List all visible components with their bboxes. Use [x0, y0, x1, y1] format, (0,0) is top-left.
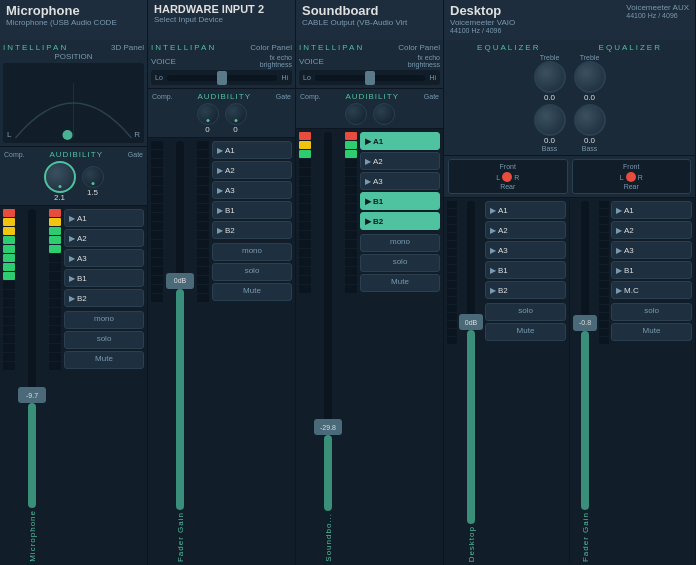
solo-btn-gain[interactable]: solo: [611, 303, 692, 321]
bus-a3-hw2[interactable]: ▶A3: [212, 181, 292, 199]
bass-knob-1[interactable]: [534, 104, 566, 136]
bus-b2-mic[interactable]: ▶B2: [64, 289, 144, 307]
solo-btn-hw2[interactable]: solo: [212, 263, 292, 281]
desktop-main: Desktop Voicemeeter VAIO 44100 Hz / 4096…: [444, 0, 695, 565]
gate-knob-mic[interactable]: [82, 166, 104, 188]
mono-btn-hw2[interactable]: mono: [212, 243, 292, 261]
channel-title-hw2: HARDWARE INPUT 2: [154, 3, 289, 15]
vu-meter-right-hw2: [197, 141, 209, 562]
bus-b1-gain[interactable]: ▶B1: [611, 261, 692, 279]
front-label-2: Front: [623, 163, 639, 170]
treble-knob-2[interactable]: [574, 61, 606, 93]
fader-area-desktop: 0dB Desktop ▶A1 ▶A2 ▶A3 ▶B1 ▶B2 solo Mut…: [444, 198, 695, 565]
fader-track-gain[interactable]: -0.8 Fader Gain: [573, 201, 597, 562]
bus-a3-sb[interactable]: ▶A3: [360, 172, 440, 190]
treble-value-1: 0.0: [544, 93, 555, 102]
bus-a3-gain[interactable]: ▶A3: [611, 241, 692, 259]
comp-knob-hw2[interactable]: [197, 103, 219, 125]
panel-3d-label[interactable]: 3D Panel: [111, 43, 144, 52]
channel-subtitle-hw2[interactable]: Select Input Device: [154, 15, 289, 24]
channel-subtitle1-desktop: Voicemeeter VAIO: [450, 18, 515, 27]
channel-title-sb: Soundboard: [302, 3, 437, 18]
bus-b2-hw2[interactable]: ▶B2: [212, 221, 292, 239]
speaker-section-desktop: Front L R Rear Front L R Rear: [444, 156, 695, 198]
intellipan-label-hw2: INTELLIPAN: [151, 43, 216, 52]
fader-handle-desktop[interactable]: 0dB: [459, 314, 483, 330]
bus-a1-gain[interactable]: ▶A1: [611, 201, 692, 219]
fader-handle-hw2[interactable]: 0dB: [166, 273, 194, 289]
bus-a2-mic[interactable]: ▶A2: [64, 229, 144, 247]
mute-btn-mic[interactable]: Mute: [64, 351, 144, 369]
fader-handle-gain[interactable]: -0.8: [573, 315, 597, 331]
bus-b1-mic[interactable]: ▶B1: [64, 269, 144, 287]
bass-knob-2[interactable]: [574, 104, 606, 136]
bus-b1-sb[interactable]: ▶B1: [360, 192, 440, 210]
fader-track-sb[interactable]: -29.8 Soundbo...: [314, 132, 342, 562]
mono-btn-sb[interactable]: mono: [360, 234, 440, 252]
fader-handle-sb[interactable]: -29.8: [314, 419, 342, 435]
treble-knob-1[interactable]: [534, 61, 566, 93]
gate-knob-sb[interactable]: [373, 103, 395, 125]
audibility-label-hw2: AUDIBILITY: [197, 92, 251, 101]
solo-btn-sb[interactable]: solo: [360, 254, 440, 272]
solo-btn-desktop[interactable]: solo: [485, 303, 566, 321]
gate-knob-hw2[interactable]: [225, 103, 247, 125]
mute-btn-sb[interactable]: Mute: [360, 274, 440, 292]
bus-a3-desktop[interactable]: ▶A3: [485, 241, 566, 259]
panel-color-label-hw2[interactable]: Color Panel: [250, 43, 292, 52]
speaker-dot-2: [626, 172, 636, 182]
pan-area-mic[interactable]: L R: [3, 63, 144, 143]
vu-meter-hw2: [151, 141, 163, 562]
voice-slider-sb[interactable]: [315, 75, 426, 81]
gate-value-hw2: 0: [233, 125, 237, 134]
mute-btn-desktop[interactable]: Mute: [485, 323, 566, 341]
mute-btn-hw2[interactable]: Mute: [212, 283, 292, 301]
fader-track-mic[interactable]: -9.7 Microphone: [18, 209, 46, 562]
voice-label-hw2: VOICE: [151, 57, 176, 66]
channel-soundboard: Soundboard CABLE Output (VB-Audio Virt I…: [296, 0, 444, 565]
bus-mc-gain[interactable]: ▶M.C: [611, 281, 692, 299]
bass-value-1: 0.0: [544, 136, 555, 145]
bus-a2-gain[interactable]: ▶A2: [611, 221, 692, 239]
bus-b2-sb[interactable]: ▶B2: [360, 212, 440, 230]
bus-buttons-sb: ▶A1 ▶A2 ▶A3 ▶B1 ▶B2 mono solo Mute: [360, 132, 440, 562]
voice-slider-area-hw2[interactable]: Lo Hi: [151, 70, 292, 85]
hi-label-sb: Hi: [429, 74, 436, 81]
comp-knob-mic[interactable]: [44, 161, 76, 193]
fader-area-hw2: 0dB Fader Gain: [148, 138, 295, 565]
mute-btn-gain[interactable]: Mute: [611, 323, 692, 341]
bus-a3-mic[interactable]: ▶A3: [64, 249, 144, 267]
r-label-speaker-1: R: [514, 174, 519, 181]
solo-btn-mic[interactable]: solo: [64, 331, 144, 349]
fader-track-hw2[interactable]: 0dB Fader Gain: [166, 141, 194, 562]
audibility-hw2: Comp. AUDIBILITY Gate 0 0: [148, 89, 295, 138]
bus-a2-hw2[interactable]: ▶A2: [212, 161, 292, 179]
comp-label-sb: Comp.: [300, 93, 321, 100]
position-label: POSITION: [3, 52, 144, 61]
bus-a1-hw2[interactable]: ▶A1: [212, 141, 292, 159]
voice-slider-hw2[interactable]: [167, 75, 278, 81]
bus-a2-sb[interactable]: ▶A2: [360, 152, 440, 170]
bus-a1-sb[interactable]: ▶A1: [360, 132, 440, 150]
bus-a1-mic[interactable]: ▶A1: [64, 209, 144, 227]
fader-track-desktop[interactable]: 0dB Desktop: [459, 201, 483, 562]
eq-section-desktop: EQUALIZER EQUALIZER Treble 0.0: [444, 40, 695, 156]
fader-handle-mic[interactable]: -9.7: [18, 387, 46, 403]
intellipan-hw2: INTELLIPAN Color Panel VOICE fx echo bri…: [148, 40, 295, 89]
comp-knob-sb[interactable]: [345, 103, 367, 125]
channel-subtitle-sb: CABLE Output (VB-Audio Virt: [302, 18, 437, 27]
rear-label-2: Rear: [624, 183, 639, 190]
channel-subtitle3-desktop: Voicemeeter AUX: [626, 3, 689, 12]
fader-value-sb: -29.8: [320, 424, 336, 431]
bus-b1-desktop[interactable]: ▶B1: [485, 261, 566, 279]
panel-color-label-sb[interactable]: Color Panel: [398, 43, 440, 52]
voice-slider-area-sb[interactable]: Lo Hi: [299, 70, 440, 85]
channel-subtitle-microphone: Microphone (USB Audio CODE: [6, 18, 141, 27]
bus-a2-desktop[interactable]: ▶A2: [485, 221, 566, 239]
fader-fill-sb: [324, 435, 332, 511]
fader-fill-gain: [581, 331, 589, 510]
mono-btn-mic[interactable]: mono: [64, 311, 144, 329]
bus-a1-desktop[interactable]: ▶A1: [485, 201, 566, 219]
bus-b1-hw2[interactable]: ▶B1: [212, 201, 292, 219]
bus-b2-desktop[interactable]: ▶B2: [485, 281, 566, 299]
